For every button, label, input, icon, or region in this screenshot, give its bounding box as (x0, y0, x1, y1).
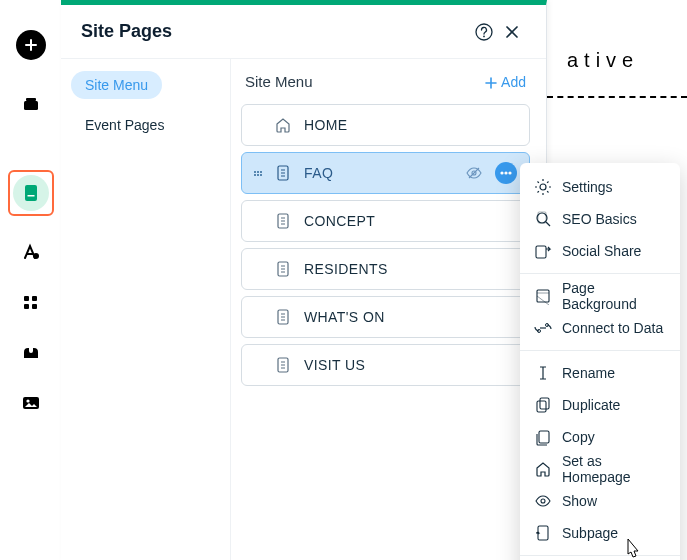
seo-icon (534, 210, 552, 228)
close-button[interactable] (498, 18, 526, 46)
page-more-button[interactable] (495, 162, 517, 184)
page-icon (274, 356, 292, 374)
media-icon (21, 393, 41, 413)
page-icon (274, 260, 292, 278)
ctx-item-social-share[interactable]: Social Share (520, 235, 680, 267)
help-icon (475, 23, 493, 41)
ctx-item-label: Subpage (562, 525, 618, 541)
ctx-item-label: Show (562, 493, 597, 509)
add-page-button[interactable]: Add (483, 74, 526, 90)
ctx-item-label: SEO Basics (562, 211, 637, 227)
pages-area: Site Menu Add HOMEFAQCONCEPTRESIDENTSWHA… (231, 59, 546, 560)
ctx-item-label: Rename (562, 365, 615, 381)
subpage-icon (534, 524, 552, 542)
more-icon (497, 164, 515, 182)
ctx-item-label: Social Share (562, 243, 641, 259)
page-label: VISIT US (304, 357, 365, 373)
page-item[interactable]: VISIT US (241, 344, 530, 386)
connect-icon (534, 319, 552, 337)
ctx-item-duplicate[interactable]: Duplicate (520, 389, 680, 421)
site-pages-panel: Site Pages Site Menu Event Pages Site Me… (61, 0, 547, 560)
ctx-item-settings[interactable]: Settings (520, 171, 680, 203)
rail-apps[interactable] (0, 278, 61, 328)
pages-list: HOMEFAQCONCEPTRESIDENTSWHAT'S ONVISIT US (241, 104, 530, 386)
cursor-pointer-icon (622, 538, 642, 560)
ctx-item-subpage[interactable]: Subpage (520, 517, 680, 549)
ctx-item-label: Connect to Data (562, 320, 663, 336)
ctx-separator (520, 555, 680, 556)
canvas-heading-fragment: ative (567, 49, 687, 72)
sidemenu-item-site-menu[interactable]: Site Menu (71, 71, 162, 99)
ctx-separator (520, 273, 680, 274)
ctx-item-label: Duplicate (562, 397, 620, 413)
visibility-toggle[interactable] (465, 164, 483, 182)
page-label: RESIDENTS (304, 261, 388, 277)
ctx-item-label: Set as Homepage (562, 453, 666, 485)
share-icon (534, 242, 552, 260)
close-icon (503, 23, 521, 41)
rail-layers[interactable] (0, 80, 61, 130)
page-item[interactable]: HOME (241, 104, 530, 146)
page-item[interactable]: WHAT'S ON (241, 296, 530, 338)
panel-header: Site Pages (61, 5, 546, 59)
page-item[interactable]: CONCEPT (241, 200, 530, 242)
pages-subtitle: Site Menu (245, 73, 313, 90)
page-label: HOME (304, 117, 348, 133)
page-context-menu: SettingsSEO BasicsSocial SharePage Backg… (520, 163, 680, 560)
copy-icon (534, 428, 552, 446)
ctx-item-set-as-homepage[interactable]: Set as Homepage (520, 453, 680, 485)
panel-sidemenu: Site Menu Event Pages (61, 59, 231, 560)
add-icon (16, 30, 46, 60)
gear-icon (534, 178, 552, 196)
font-icon (21, 243, 41, 263)
page-item[interactable]: FAQ (241, 152, 530, 194)
plus-icon (483, 75, 497, 89)
plugin-icon (21, 343, 41, 363)
page-icon (274, 308, 292, 326)
home-outline-icon (274, 116, 292, 134)
page-label: FAQ (304, 165, 333, 181)
rail-pages[interactable] (0, 168, 61, 218)
ctx-item-seo-basics[interactable]: SEO Basics (520, 203, 680, 235)
pages-icon (13, 175, 49, 211)
page-bg-icon (534, 287, 552, 305)
tool-rail (0, 0, 61, 560)
rail-media[interactable] (0, 378, 61, 428)
layers-icon (21, 95, 41, 115)
drag-handle-icon[interactable] (254, 171, 262, 176)
canvas-divider (547, 96, 687, 98)
ctx-item-rename[interactable]: Rename (520, 357, 680, 389)
page-label: WHAT'S ON (304, 309, 385, 325)
ctx-item-show[interactable]: Show (520, 485, 680, 517)
rename-icon (534, 364, 552, 382)
ctx-item-label: Settings (562, 179, 613, 195)
ctx-separator (520, 350, 680, 351)
rail-fonts[interactable] (0, 228, 61, 278)
home-outline-icon (534, 460, 552, 478)
eye-icon (534, 492, 552, 510)
page-icon (274, 212, 292, 230)
ctx-item-connect-to-data[interactable]: Connect to Data (520, 312, 680, 344)
ctx-item-label: Copy (562, 429, 595, 445)
page-item[interactable]: RESIDENTS (241, 248, 530, 290)
sidemenu-item-event-pages[interactable]: Event Pages (71, 109, 220, 141)
ctx-item-label: Page Background (562, 280, 666, 312)
panel-title: Site Pages (81, 21, 470, 42)
ctx-item-copy[interactable]: Copy (520, 421, 680, 453)
page-icon (274, 164, 292, 182)
rail-plugins[interactable] (0, 328, 61, 378)
add-label: Add (501, 74, 526, 90)
page-label: CONCEPT (304, 213, 375, 229)
ctx-item-page-background[interactable]: Page Background (520, 280, 680, 312)
duplicate-icon (534, 396, 552, 414)
rail-add[interactable] (0, 20, 61, 70)
help-button[interactable] (470, 18, 498, 46)
apps-icon (21, 293, 41, 313)
